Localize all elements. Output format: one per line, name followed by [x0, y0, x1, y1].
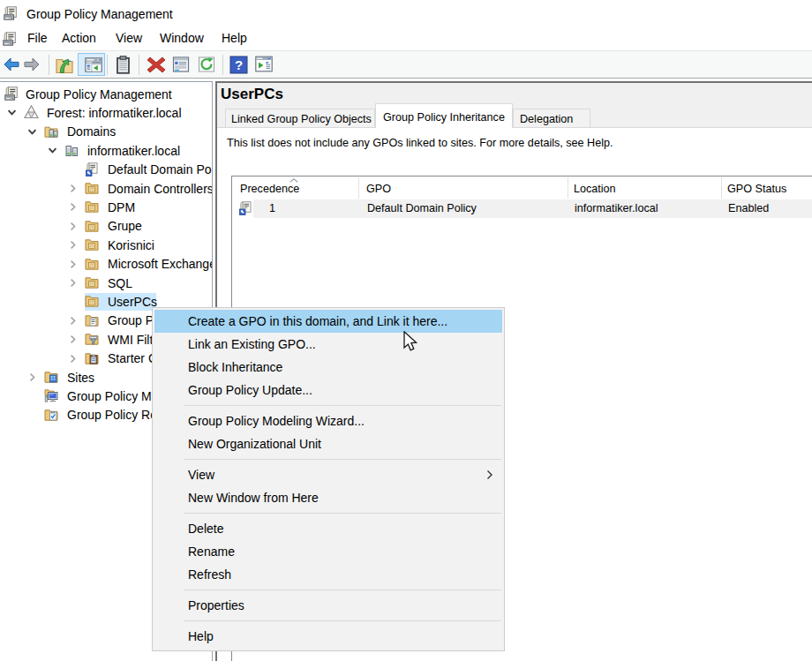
svg-text:?: ? — [235, 57, 243, 72]
